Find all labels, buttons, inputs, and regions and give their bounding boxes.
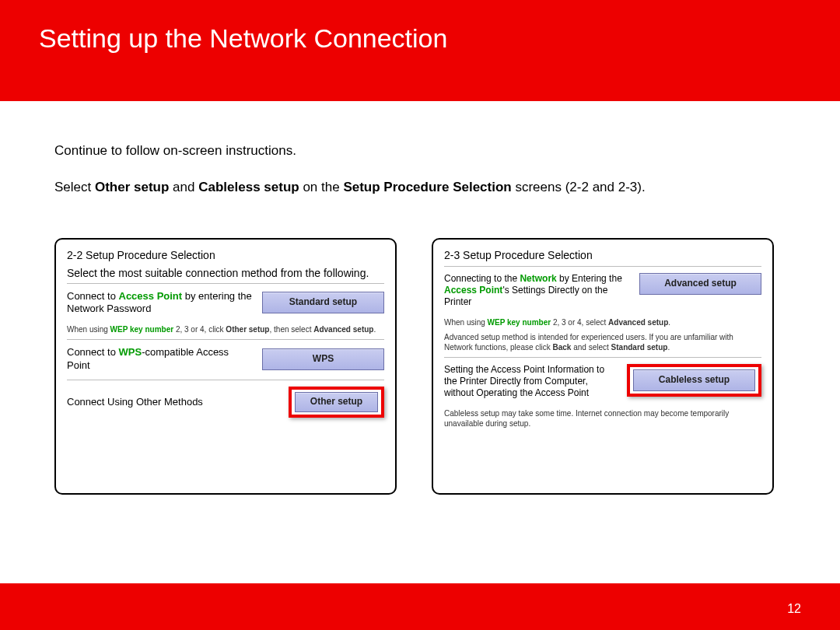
other-setup-button[interactable]: Other setup — [295, 392, 378, 412]
note-wep-other: When using WEP key number 2, 3 or 4, cli… — [67, 324, 384, 334]
advanced-setup-button[interactable]: Advanced setup — [639, 273, 761, 295]
row-standard-setup: Connect to Access Point by entering the … — [67, 283, 384, 324]
slide-footer: 12 — [0, 583, 840, 630]
note-advanced-warning: Advanced setup method is intended for ex… — [444, 332, 761, 352]
highlight-cableless-setup: Cableless setup — [627, 364, 761, 397]
note-cableless-time: Cableless setup may take some time. Inte… — [444, 408, 761, 429]
note-wep-advanced: When using WEP key number 2, 3 or 4, sel… — [444, 317, 761, 327]
row-standard-desc: Connect to Access Point by entering the … — [67, 290, 253, 316]
slide-body: Continue to follow on-screen instruction… — [0, 101, 840, 495]
row-advanced-desc: Connecting to the Network by Entering th… — [444, 273, 630, 308]
row-wps-desc: Connect to WPS-compatible Access Point — [67, 346, 253, 372]
panel-2-2: 2-2 Setup Procedure Selection Select the… — [54, 238, 397, 495]
panel-2-3-title: 2-3 Setup Procedure Selection — [444, 249, 761, 261]
row-other-setup: Connect Using Other Methods Other setup — [67, 380, 384, 425]
wps-button[interactable]: WPS — [262, 348, 384, 370]
intro-line-2: Select Other setup and Cableless setup o… — [54, 177, 786, 199]
intro-line-1: Continue to follow on-screen instruction… — [54, 140, 786, 163]
panel-2-3: 2-3 Setup Procedure Selection Connecting… — [432, 238, 774, 495]
row-advanced-setup: Connecting to the Network by Entering th… — [444, 266, 761, 316]
panel-columns: 2-2 Setup Procedure Selection Select the… — [54, 238, 786, 495]
row-other-desc: Connect Using Other Methods — [67, 396, 279, 408]
panel-2-2-title: 2-2 Setup Procedure Selection — [67, 249, 384, 261]
standard-setup-button[interactable]: Standard setup — [262, 292, 384, 313]
row-cableless-desc: Setting the Access Point Information to … — [444, 364, 618, 399]
highlight-other-setup: Other setup — [289, 387, 384, 418]
slide-title: Setting up the Network Connection — [39, 23, 801, 54]
intro-text: Continue to follow on-screen instruction… — [54, 140, 786, 199]
row-cableless-setup: Setting the Access Point Information to … — [444, 357, 761, 407]
cableless-setup-button[interactable]: Cableless setup — [633, 369, 755, 391]
row-wps: Connect to WPS-compatible Access Point W… — [67, 339, 384, 380]
page-number: 12 — [787, 602, 801, 616]
slide-header: Setting up the Network Connection — [0, 0, 840, 101]
panel-2-2-subtitle: Select the most suitable connection meth… — [67, 266, 384, 280]
